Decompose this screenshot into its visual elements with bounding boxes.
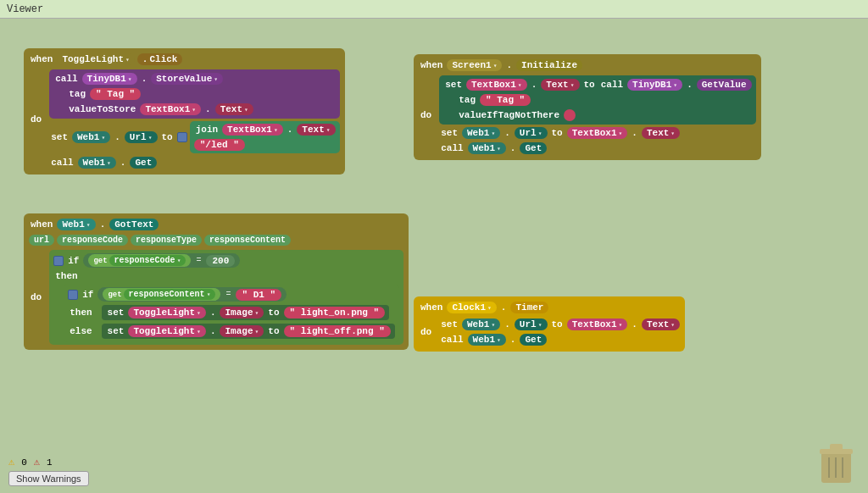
call-label-b1: call (53, 74, 79, 84)
url-dropdown-b1[interactable]: Url ▾ (125, 131, 158, 143)
responsecode-param[interactable]: responseCode (57, 235, 128, 246)
togglelight-dropdown[interactable]: ToggleLight ▾ (57, 53, 134, 65)
led-val: "/led " (194, 139, 245, 151)
storevalue-dropdown[interactable]: StoreValue ▾ (151, 73, 223, 85)
clock1-dropdown[interactable]: Clock1 ▾ (447, 302, 496, 313)
valuetag-label: valueIfTagNotThere (457, 110, 561, 120)
to2-label-b3: to (266, 326, 281, 336)
image2-b3[interactable]: Image ▾ (220, 325, 264, 337)
web1-dropdown-b1[interactable]: Web1 ▾ (72, 131, 110, 143)
do-label-b4: do (419, 327, 433, 337)
else-label-b3: else (68, 326, 93, 336)
url-param[interactable]: url (29, 235, 54, 246)
join-label: join (194, 125, 220, 135)
warn-icon: ⚠ (8, 456, 14, 468)
togglelight-b3[interactable]: ToggleLight ▾ (128, 307, 205, 319)
text-join[interactable]: Text ▾ (297, 124, 335, 136)
textbox1-join[interactable]: TextBox1 ▾ (222, 124, 283, 136)
get-dropdown-b1[interactable]: Get (130, 157, 157, 169)
warn-count: 0 (21, 457, 27, 468)
tag-val-b1: " Tag " (90, 88, 141, 100)
web1-b4[interactable]: Web1 ▾ (462, 319, 500, 330)
textbox2-b2[interactable]: TextBox1 ▾ (567, 127, 628, 139)
when-label-b3: when (29, 219, 54, 230)
get-responsecontent[interactable]: get responseContent ▾ (103, 288, 220, 301)
togglelight2-b3[interactable]: ToggleLight ▾ (128, 325, 205, 337)
then-label-b3: then (53, 271, 79, 281)
to2-label-b2: to (550, 128, 565, 138)
responsecontent-get-pill[interactable]: responseContent ▾ (124, 289, 216, 300)
call-label-b2: call (599, 80, 625, 90)
checkbox-b3-1 (53, 256, 64, 266)
web1-b3-header[interactable]: Web1 ▾ (57, 219, 95, 230)
set-label-b4: set (439, 319, 459, 330)
web2-b4[interactable]: Web1 ▾ (468, 334, 506, 346)
web1-b2[interactable]: Web1 ▾ (462, 127, 500, 139)
set2-label-b3: set (106, 326, 126, 336)
call-label-b4: call (439, 335, 465, 345)
text-b2[interactable]: Text ▾ (541, 79, 579, 91)
d1-val: " D1 " (236, 289, 281, 301)
then2-label-b3: then (68, 307, 93, 318)
light-off-val: " light_off.png " (284, 325, 391, 337)
show-warnings-button[interactable]: Show Warnings (8, 471, 89, 486)
responsecode-get-pill[interactable]: responseCode ▾ (109, 255, 186, 266)
click-dropdown[interactable]: . Click (137, 53, 183, 65)
url-b2[interactable]: Url ▾ (515, 127, 548, 139)
get-responsecode[interactable]: get responseCode ▾ (88, 254, 191, 267)
warning-row: ⚠ 0 ⚠ 1 (8, 456, 89, 468)
set2-label-b2: set (439, 128, 459, 138)
screen1-dropdown[interactable]: Screen1 ▾ (447, 59, 502, 71)
text-b4[interactable]: Text ▾ (642, 319, 680, 330)
get-b4[interactable]: Get (520, 334, 547, 346)
set-label-b3: set (106, 307, 126, 318)
web1-get-b2[interactable]: Web1 ▾ (468, 142, 506, 154)
block-clock1-timer[interactable]: when Clock1 ▾ . Timer do set Web1 (414, 296, 685, 352)
text-dropdown-b1[interactable]: Text ▾ (215, 103, 253, 115)
block-togglelight-click[interactable]: when ToggleLight ▾ . Click do call (24, 48, 345, 174)
eq2-b3: = (223, 290, 233, 299)
tinydb1-dropdown-b1[interactable]: TinyDB1 ▾ (82, 73, 137, 85)
responsecontent-param[interactable]: responseContent (204, 235, 291, 246)
circle-val (564, 109, 576, 121)
if-label-b3: if (66, 256, 81, 266)
text2-b2[interactable]: Text ▾ (642, 127, 680, 139)
call2-label-b1: call (49, 158, 75, 168)
when-label-b2: when (419, 60, 444, 70)
trash-icon[interactable] (817, 442, 855, 485)
gottext-dropdown[interactable]: GotText (109, 219, 159, 230)
err-count: 1 (47, 457, 53, 468)
valuetostorelabel: valueToStore (67, 104, 137, 114)
initialize-dropdown[interactable]: Initialize (516, 59, 582, 71)
err-icon: ⚠ (34, 456, 40, 468)
web1-get-dropdown-b1[interactable]: Web1 ▾ (78, 157, 116, 169)
val200: 200 (206, 255, 235, 267)
when-label-b4: when (419, 302, 444, 313)
do-label-b2: do (419, 110, 433, 120)
block-web1-gottext[interactable]: when Web1 ▾ . GotText url responseCode (24, 213, 409, 350)
url-b4[interactable]: Url ▾ (515, 319, 548, 330)
canvas: when ToggleLight ▾ . Click do call (0, 19, 868, 493)
get-b2[interactable]: Get (520, 142, 547, 154)
image-b3[interactable]: Image ▾ (220, 307, 264, 319)
set-label-b2: set (443, 80, 464, 90)
to-label-b2: to (582, 80, 597, 90)
tag-label-b1: tag (67, 89, 87, 99)
textbox1-b2[interactable]: TextBox1 ▾ (466, 79, 527, 91)
when-label-b1: when (29, 54, 54, 64)
if2-label-b3: if (81, 290, 95, 300)
light-on-val: " light_on.png " (284, 307, 386, 319)
textbox-b4[interactable]: TextBox1 ▾ (567, 319, 628, 330)
block-screen1-initialize[interactable]: when Screen1 ▾ . Initialize do set (414, 54, 761, 160)
responsetype-param[interactable]: responseType (131, 235, 202, 246)
timer-dropdown[interactable]: Timer (510, 302, 548, 313)
checkbox-b1 (177, 132, 187, 142)
title-bar: Viewer (0, 0, 868, 19)
getvalue-dropdown[interactable]: GetValue (697, 79, 752, 91)
warning-area: ⚠ 0 ⚠ 1 Show Warnings (8, 456, 89, 486)
to-label-b3: to (266, 307, 281, 318)
set-label-b1: set (49, 132, 70, 142)
tinydb1-b2[interactable]: TinyDB1 ▾ (627, 79, 682, 91)
svg-rect-2 (830, 444, 843, 451)
textbox1-dropdown-b1[interactable]: TextBox1 ▾ (140, 103, 201, 115)
